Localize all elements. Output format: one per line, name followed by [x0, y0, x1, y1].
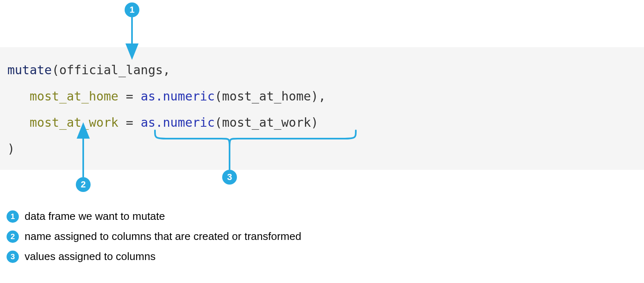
legend-text-2: name assigned to columns that are create…: [25, 230, 301, 243]
diagram-canvas: mutate(official_langs, most_at_home = as…: [0, 0, 644, 283]
equals-2: =: [118, 115, 141, 130]
callout-badge-1: 1: [125, 2, 139, 17]
legend-row-3: 3 values assigned to columns: [7, 250, 301, 263]
arg2-name: most_at_work: [30, 115, 118, 130]
legend-row-1: 1 data frame we want to mutate: [7, 210, 301, 223]
data-frame-arg: official_langs: [59, 63, 163, 77]
code-block: mutate(official_langs, most_at_home = as…: [0, 47, 644, 170]
call-fn-2: as.numeric: [141, 115, 215, 130]
arg2-inner: most_at_work: [222, 115, 311, 130]
legend-text-3: values assigned to columns: [25, 250, 155, 263]
equals: =: [118, 89, 141, 103]
func-name: mutate: [7, 63, 52, 77]
callout-badge-2: 2: [76, 177, 91, 192]
open-paren-inner-1: (: [215, 89, 222, 103]
indent-2: [7, 115, 30, 130]
close-paren-outer: ): [7, 142, 15, 156]
open-paren: (: [52, 63, 59, 77]
call-fn-1: as.numeric: [141, 89, 215, 103]
legend: 1 data frame we want to mutate 2 name as…: [7, 210, 301, 270]
legend-badge-3: 3: [7, 251, 19, 263]
legend-row-2: 2 name assigned to columns that are crea…: [7, 230, 301, 243]
arg1-inner: most_at_home: [222, 89, 311, 103]
legend-text-1: data frame we want to mutate: [25, 210, 165, 223]
callout-badge-3: 3: [222, 170, 237, 185]
arg1-name: most_at_home: [30, 89, 118, 103]
legend-badge-1: 1: [7, 210, 19, 223]
open-paren-inner-2: (: [215, 115, 222, 130]
legend-badge-2: 2: [7, 231, 19, 243]
comma-2: ,: [319, 89, 326, 103]
close-paren-inner-2: ): [311, 115, 319, 130]
indent: [7, 89, 30, 103]
close-paren-inner-1: ): [311, 89, 319, 103]
comma: ,: [163, 63, 170, 77]
